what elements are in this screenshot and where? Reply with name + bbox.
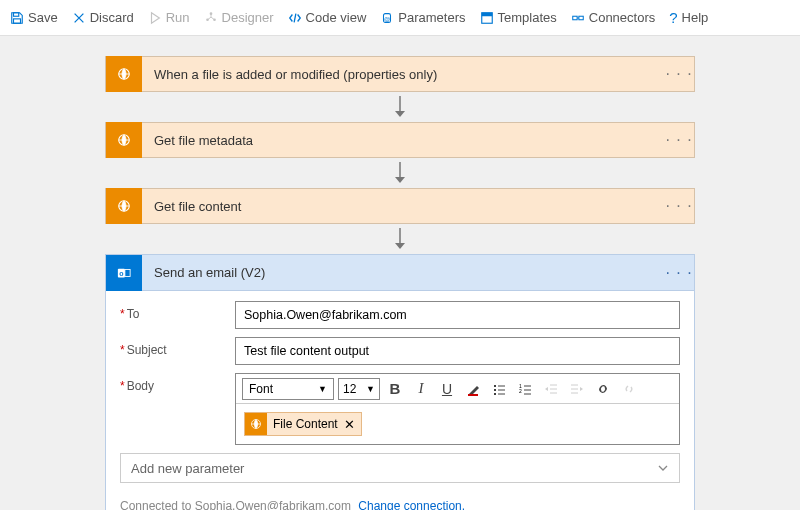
rte-content[interactable]: File Content ✕ <box>236 404 679 444</box>
svg-rect-16 <box>125 269 130 276</box>
metadata-title: Get file metadata <box>142 133 664 148</box>
run-button[interactable]: Run <box>148 10 190 25</box>
outlook-icon: o <box>106 255 142 291</box>
parameters-button[interactable]: @ Parameters <box>380 10 465 25</box>
svg-text:o: o <box>119 269 123 276</box>
chevron-down-icon <box>657 462 669 474</box>
svg-rect-1 <box>14 18 21 22</box>
email-title: Send an email (V2) <box>142 265 664 280</box>
designer-icon <box>204 11 218 25</box>
connection-account: Sophia.Owen@fabrikam.com <box>195 499 351 510</box>
svg-point-18 <box>494 385 496 387</box>
designer-canvas: When a file is added or modified (proper… <box>0 36 800 510</box>
svg-rect-0 <box>14 12 19 16</box>
body-label: *Body <box>120 373 235 393</box>
save-icon <box>10 11 24 25</box>
email-step: o Send an email (V2) · · · *To *Subject … <box>105 254 695 510</box>
outdent-button[interactable] <box>540 378 562 400</box>
help-icon: ? <box>669 9 677 26</box>
email-body-panel: *To *Subject *Body Font▼ 12▼ B I <box>106 291 694 491</box>
dynamic-content-token[interactable]: File Content ✕ <box>244 412 362 436</box>
token-remove[interactable]: ✕ <box>344 417 355 432</box>
font-select[interactable]: Font▼ <box>242 378 334 400</box>
bullet-list-button[interactable] <box>488 378 510 400</box>
subject-input[interactable] <box>235 337 680 365</box>
save-button[interactable]: Save <box>10 10 58 25</box>
add-parameter-dropdown[interactable]: Add new parameter <box>120 453 680 483</box>
number-list-button[interactable]: 12 <box>514 378 536 400</box>
metadata-step[interactable]: Get file metadata · · · <box>105 122 695 158</box>
unlink-button[interactable] <box>618 378 640 400</box>
discard-icon <box>72 11 86 25</box>
metadata-more[interactable]: · · · <box>664 131 694 149</box>
bold-button[interactable]: B <box>384 378 406 400</box>
trigger-more[interactable]: · · · <box>664 65 694 83</box>
svg-point-20 <box>494 393 496 395</box>
body-field: *Body Font▼ 12▼ B I U 12 <box>120 373 680 445</box>
run-icon <box>148 11 162 25</box>
token-label: File Content <box>273 417 338 431</box>
fontsize-select[interactable]: 12▼ <box>338 378 380 400</box>
rich-text-editor: Font▼ 12▼ B I U 12 <box>235 373 680 445</box>
rte-toolbar: Font▼ 12▼ B I U 12 <box>236 374 679 404</box>
chevron-down-icon: ▼ <box>366 384 375 394</box>
connectors-button[interactable]: Connectors <box>571 10 655 25</box>
connection-info: Connected to Sophia.Owen@fabrikam.com Ch… <box>106 491 694 510</box>
svg-rect-9 <box>573 16 577 20</box>
templates-button[interactable]: Templates <box>480 10 557 25</box>
svg-text:2: 2 <box>519 388 522 394</box>
svg-rect-10 <box>579 16 583 20</box>
designer-button[interactable]: Designer <box>204 10 274 25</box>
italic-button[interactable]: I <box>410 378 432 400</box>
trigger-step[interactable]: When a file is added or modified (proper… <box>105 56 695 92</box>
codeview-button[interactable]: Code view <box>288 10 367 25</box>
templates-icon <box>480 11 494 25</box>
subject-field: *Subject <box>120 337 680 365</box>
templates-label: Templates <box>498 10 557 25</box>
email-header[interactable]: o Send an email (V2) · · · <box>106 255 694 291</box>
sharepoint-icon <box>106 56 142 92</box>
chevron-down-icon: ▼ <box>318 384 327 394</box>
add-parameter-label: Add new parameter <box>131 461 244 476</box>
underline-button[interactable]: U <box>436 378 458 400</box>
sharepoint-icon <box>106 122 142 158</box>
help-button[interactable]: ? Help <box>669 9 708 26</box>
arrow-connector <box>392 228 408 250</box>
svg-rect-8 <box>481 12 492 16</box>
to-label: *To <box>120 301 235 321</box>
content-title: Get file content <box>142 199 664 214</box>
to-input[interactable] <box>235 301 680 329</box>
discard-label: Discard <box>90 10 134 25</box>
svg-rect-17 <box>468 394 478 396</box>
content-step[interactable]: Get file content · · · <box>105 188 695 224</box>
sharepoint-icon <box>245 413 267 435</box>
to-field: *To <box>120 301 680 329</box>
change-connection-link[interactable]: Change connection. <box>358 499 465 510</box>
email-more[interactable]: · · · <box>664 264 694 282</box>
connectors-icon <box>571 11 585 25</box>
save-label: Save <box>28 10 58 25</box>
svg-text:@: @ <box>384 14 390 21</box>
designer-label: Designer <box>222 10 274 25</box>
connectors-label: Connectors <box>589 10 655 25</box>
codeview-icon <box>288 11 302 25</box>
run-label: Run <box>166 10 190 25</box>
indent-button[interactable] <box>566 378 588 400</box>
parameters-icon: @ <box>380 11 394 25</box>
link-button[interactable] <box>592 378 614 400</box>
codeview-label: Code view <box>306 10 367 25</box>
subject-label: *Subject <box>120 337 235 357</box>
trigger-title: When a file is added or modified (proper… <box>142 67 664 82</box>
command-bar: Save Discard Run Designer Code view @ Pa… <box>0 0 800 36</box>
color-button[interactable] <box>462 378 484 400</box>
arrow-connector <box>392 96 408 118</box>
discard-button[interactable]: Discard <box>72 10 134 25</box>
help-label: Help <box>682 10 709 25</box>
arrow-connector <box>392 162 408 184</box>
content-more[interactable]: · · · <box>664 197 694 215</box>
sharepoint-icon <box>106 188 142 224</box>
svg-point-19 <box>494 389 496 391</box>
parameters-label: Parameters <box>398 10 465 25</box>
